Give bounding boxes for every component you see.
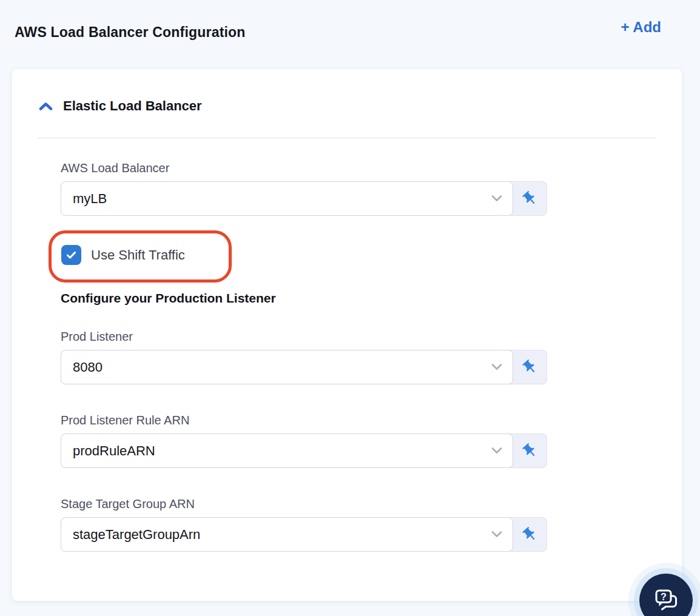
field-label: Prod Listener: [61, 330, 547, 344]
pin-button[interactable]: [513, 518, 547, 551]
checkmark-icon: [65, 249, 78, 261]
prod-listener-rule-arn-select[interactable]: prodRuleARN: [61, 434, 513, 468]
input-group: myLB: [61, 181, 547, 216]
use-shift-traffic-checkbox[interactable]: [61, 245, 81, 265]
chat-question-icon: ?: [651, 586, 681, 615]
field-prod-listener: Prod Listener 8080: [61, 330, 547, 384]
pushpin-icon: [518, 187, 541, 210]
page-title: AWS Load Balancer Configuration: [15, 24, 246, 41]
pushpin-icon: [518, 439, 541, 462]
stage-target-group-arn-select[interactable]: stageTargetGroupArn: [61, 517, 513, 552]
select-value: 8080: [73, 360, 103, 375]
pushpin-icon: [518, 355, 541, 378]
field-aws-load-balancer: AWS Load Balancer myLB: [61, 161, 547, 216]
select-value: myLB: [73, 191, 107, 207]
use-shift-traffic-row[interactable]: Use Shift Traffic: [61, 245, 185, 265]
aws-load-balancer-select[interactable]: myLB: [61, 181, 513, 216]
field-label: Prod Listener Rule ARN: [61, 413, 547, 427]
chevron-down-icon: [491, 446, 502, 457]
input-group: stageTargetGroupArn: [61, 517, 547, 552]
select-value: stageTargetGroupArn: [73, 527, 200, 543]
input-group: 8080: [61, 350, 547, 384]
input-group: prodRuleARN: [61, 434, 547, 468]
chevron-down-icon: [491, 362, 502, 373]
select-value: prodRuleARN: [73, 443, 155, 459]
section-title: Elastic Load Balancer: [63, 98, 202, 114]
field-prod-listener-rule-arn: Prod Listener Rule ARN prodRuleARN: [61, 413, 547, 468]
chevron-down-icon: [491, 529, 502, 540]
field-stage-target-group-arn: Stage Target Group ARN stageTargetGroupA…: [61, 497, 547, 552]
pin-button[interactable]: [513, 434, 547, 467]
production-listener-subheading: Configure your Production Listener: [61, 291, 276, 306]
field-label: AWS Load Balancer: [61, 161, 547, 175]
pushpin-icon: [518, 523, 541, 546]
chevron-down-icon: [491, 193, 502, 204]
question-mark: ?: [661, 592, 667, 602]
field-label: Stage Target Group ARN: [61, 497, 547, 511]
config-card: Elastic Load Balancer AWS Load Balancer …: [12, 69, 682, 601]
section-divider: [38, 138, 656, 138]
checkbox-label: Use Shift Traffic: [91, 247, 185, 263]
section-header-elastic-load-balancer[interactable]: Elastic Load Balancer: [39, 98, 202, 114]
prod-listener-select[interactable]: 8080: [61, 350, 513, 384]
pin-button[interactable]: [513, 182, 547, 215]
add-button[interactable]: + Add: [621, 19, 661, 36]
pin-button[interactable]: [513, 350, 547, 384]
chevron-up-icon: [39, 102, 53, 111]
